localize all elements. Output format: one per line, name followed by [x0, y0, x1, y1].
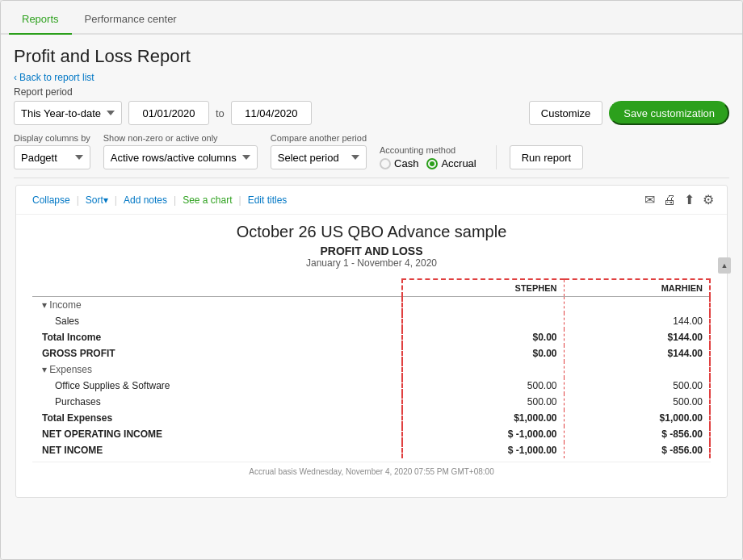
show-nonzero-select[interactable]: Active rows/active columns	[103, 145, 258, 169]
tab-bar: Reports Performance center	[1, 1, 742, 35]
row-stephen-value	[402, 297, 564, 313]
report-body-rows: ▾ IncomeSales144.00Total Income$0.00$144…	[32, 297, 710, 458]
report-period-label: Report period	[14, 86, 729, 98]
edit-titles-link[interactable]: Edit titles	[245, 193, 291, 207]
display-columns-select[interactable]: Padgett	[14, 145, 90, 169]
table-row: Total Expenses$1,000.00$1,000.00	[32, 410, 710, 426]
table-row: NET INCOME$ -1,000.00$ -856.00	[32, 442, 710, 458]
row-marhien-value: 500.00	[564, 394, 710, 410]
row-label: Total Expenses	[32, 410, 402, 426]
row-label: Office Supplies & Software	[32, 378, 402, 394]
row-stephen-value	[402, 361, 564, 378]
top-right-buttons: Customize Save customization	[529, 101, 729, 125]
accounting-method-group: Accounting method Cash Accrual	[380, 145, 476, 169]
row-stephen-value: 500.00	[402, 378, 564, 394]
row-label: Purchases	[32, 394, 402, 410]
add-notes-link[interactable]: Add notes	[120, 193, 170, 207]
save-customization-button[interactable]: Save customization	[609, 101, 729, 125]
row-label: Total Income	[32, 329, 402, 345]
table-row: Total Income$0.00$144.00	[32, 329, 710, 345]
scroll-up-icon: ▲	[721, 261, 728, 270]
report-container: Collapse | Sort▾ | Add notes | See a cha…	[15, 185, 728, 498]
row-marhien-value: 500.00	[564, 378, 710, 394]
row-marhien-value: $ -856.00	[564, 426, 710, 442]
accrual-radio-dot	[426, 158, 438, 169]
row-stephen-value: $1,000.00	[402, 410, 564, 426]
print-icon[interactable]: 🖨	[663, 193, 676, 207]
cash-radio[interactable]: Cash	[380, 157, 418, 169]
col-header-marhien: MARHIEN	[564, 279, 710, 297]
compare-period-group: Compare another period Select period	[271, 133, 367, 169]
customize-button[interactable]: Customize	[529, 101, 602, 125]
back-link[interactable]: ‹ Back to report list	[14, 72, 729, 83]
run-report-section: Run report	[496, 145, 583, 169]
row-label: NET OPERATING INCOME	[32, 426, 402, 442]
period-select[interactable]: This Year-to-date	[14, 101, 122, 125]
row-stephen-value	[402, 313, 564, 329]
accrual-radio[interactable]: Accrual	[426, 157, 476, 169]
display-columns-label: Display columns by	[14, 133, 90, 143]
accounting-method-label: Accounting method	[380, 145, 476, 155]
compare-period-label: Compare another period	[271, 133, 367, 143]
cash-radio-dot	[380, 158, 391, 169]
company-name: October 26 US QBO Advance sample	[32, 223, 711, 241]
col-header-label	[32, 279, 402, 297]
row-marhien-value	[564, 361, 710, 378]
see-chart-link[interactable]: See a chart	[179, 193, 235, 207]
export-icon[interactable]: ⬆	[684, 192, 695, 207]
table-row: ▾ Income	[32, 297, 710, 313]
to-label: to	[216, 107, 225, 119]
app-window: Reports Performance center Profit and Lo…	[0, 0, 743, 560]
report-footer: Accrual basis Wednesday, November 4, 202…	[32, 462, 711, 481]
table-row: Office Supplies & Software500.00500.00	[32, 378, 710, 394]
collapse-link[interactable]: Collapse	[29, 193, 73, 207]
toolbar-icons: ✉ 🖨 ⬆ ⚙	[644, 192, 714, 207]
table-row: GROSS PROFIT$0.00$144.00	[32, 345, 710, 361]
report-table: STEPHEN MARHIEN ▾ IncomeSales144.00Total…	[32, 278, 711, 458]
row-label: ▾ Expenses	[32, 361, 402, 378]
main-content: Profit and Loss Report ‹ Back to report …	[1, 35, 742, 559]
row-marhien-value	[564, 297, 710, 313]
run-report-button[interactable]: Run report	[510, 145, 583, 169]
table-row: Sales144.00	[32, 313, 710, 329]
row-label: GROSS PROFIT	[32, 345, 402, 361]
show-nonzero-label: Show non-zero or active only	[103, 133, 258, 143]
sort-link[interactable]: Sort▾	[82, 193, 111, 207]
from-date-input[interactable]	[128, 101, 209, 125]
report-body: October 26 US QBO Advance sample PROFIT …	[16, 215, 727, 489]
accounting-method-radios: Cash Accrual	[380, 157, 476, 169]
row-stephen-value: 500.00	[402, 394, 564, 410]
email-icon[interactable]: ✉	[644, 192, 655, 207]
section-divider	[14, 178, 729, 178]
scroll-up-button[interactable]: ▲	[718, 257, 731, 274]
row-label: Sales	[32, 313, 402, 329]
column-header-row: STEPHEN MARHIEN	[32, 279, 710, 297]
row-stephen-value: $0.00	[402, 345, 564, 361]
row-marhien-value: $144.00	[564, 345, 710, 361]
col-header-stephen: STEPHEN	[402, 279, 564, 297]
back-arrow-icon: ‹	[14, 72, 17, 83]
accrual-label: Accrual	[441, 157, 476, 169]
row-label: NET INCOME	[32, 442, 402, 458]
show-nonzero-group: Show non-zero or active only Active rows…	[103, 133, 258, 169]
row-marhien-value: 144.00	[564, 313, 710, 329]
report-subtitle: January 1 - November 4, 2020	[32, 257, 711, 269]
compare-period-select[interactable]: Select period	[271, 145, 367, 169]
row-marhien-value: $144.00	[564, 329, 710, 345]
controls-row-1: This Year-to-date to Customize Save cust…	[14, 101, 729, 125]
report-toolbar: Collapse | Sort▾ | Add notes | See a cha…	[16, 186, 727, 215]
table-row: NET OPERATING INCOME$ -1,000.00$ -856.00	[32, 426, 710, 442]
table-row: Purchases500.00500.00	[32, 394, 710, 410]
to-date-input[interactable]	[231, 101, 312, 125]
tab-performance[interactable]: Performance center	[72, 6, 190, 35]
row-marhien-value: $1,000.00	[564, 410, 710, 426]
row-stephen-value: $ -1,000.00	[402, 442, 564, 458]
tab-reports[interactable]: Reports	[9, 6, 72, 35]
row-stephen-value: $ -1,000.00	[402, 426, 564, 442]
settings-icon[interactable]: ⚙	[703, 192, 714, 207]
cash-label: Cash	[394, 157, 418, 169]
row-stephen-value: $0.00	[402, 329, 564, 345]
row-label: ▾ Income	[32, 297, 402, 313]
display-columns-group: Display columns by Padgett	[14, 133, 90, 169]
controls-row-2: Display columns by Padgett Show non-zero…	[14, 133, 729, 169]
